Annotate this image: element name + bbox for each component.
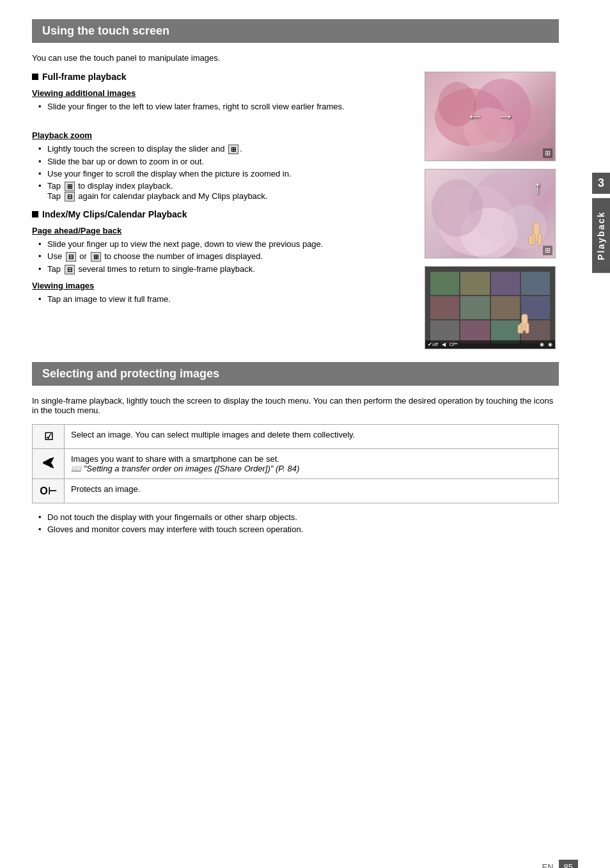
table-row: O⊢ Protects an image. <box>33 479 559 503</box>
check-icon: ☑ <box>44 431 53 442</box>
images-column: ← → ⊞ ↑ <box>425 72 559 349</box>
full-frame-title: Full-frame playback <box>32 72 414 82</box>
grid-bar-icon-4: ◉ <box>540 342 544 347</box>
main-section-heading: Using the touch screen <box>32 19 559 43</box>
grid-cell <box>460 272 489 295</box>
grid-cell <box>491 296 520 319</box>
grid-finger-icon <box>517 312 533 338</box>
table-cell-desc: Protects an image. <box>65 479 559 503</box>
svg-rect-13 <box>529 235 533 245</box>
index-icon: ⊞ <box>65 182 75 191</box>
list-item: Use your finger to scroll the display wh… <box>38 169 414 178</box>
viewing-additional-list: Slide your finger to the left to view la… <box>32 102 414 111</box>
svg-rect-16 <box>526 323 529 333</box>
table-cell-icon: O⊢ <box>33 479 65 503</box>
chapter-label: Playback <box>592 198 610 273</box>
grid-bar-icon-5: ◉ <box>548 342 552 347</box>
bottom-notes-list: Do not touch the display with your finge… <box>32 512 559 534</box>
zoom-icon: ⊞ <box>228 145 239 154</box>
camera-icon-overlay-2: ⊞ <box>543 246 552 255</box>
page-ahead-list: Slide your finger up to view the next pa… <box>32 239 414 274</box>
list-item: Use ⊟ or ⊞ to choose the number of image… <box>38 251 414 262</box>
image-1: ← → ⊞ <box>425 72 556 161</box>
page-ahead-heading: Page ahead/Page back <box>32 226 414 235</box>
single-frame-icon: ⊟ <box>65 265 75 274</box>
selecting-intro: In single-frame playback, lightly touch … <box>32 396 559 415</box>
page-footer: EN 85 <box>542 860 578 868</box>
bottom-notes: Do not touch the display with your finge… <box>32 512 559 534</box>
arrow-up-icon: ↑ <box>533 177 542 198</box>
bullet-square-icon <box>32 74 38 80</box>
two-col-layout: Full-frame playback Viewing additional i… <box>32 72 559 349</box>
swipe-arrows: ← → <box>466 106 515 127</box>
table-cell-icon: ⮜ <box>33 449 65 479</box>
share-icon: ⮜ <box>42 457 55 471</box>
playback-zoom-list: Lightly touch the screen to display the … <box>32 144 414 201</box>
grid-icon-bar: ✔off ◀ O⊢ ◉ ◉ <box>425 340 555 349</box>
image-3: ✔off ◀ O⊢ ◉ ◉ <box>425 266 556 349</box>
page-number: 85 <box>559 860 578 868</box>
grid-bar-icon-1: ✔off <box>428 342 438 347</box>
table-cell-desc: Images you want to share with a smartpho… <box>65 449 559 479</box>
grid-bar-icon-3: O⊢ <box>450 342 458 347</box>
protect-icon: O⊢ <box>40 485 56 496</box>
grid-cell <box>491 272 520 295</box>
main-content: Using the touch screen You can use the t… <box>32 19 559 534</box>
image-2: ↑ ⊞ <box>425 169 556 258</box>
share-order-link: 📖 "Setting a transfer order on images ([… <box>71 464 299 473</box>
playback-zoom-heading: Playback zoom <box>32 130 414 140</box>
svg-rect-17 <box>518 325 521 333</box>
viewing-additional-heading: Viewing additional images <box>32 88 414 98</box>
grid-icon-1: ⊟ <box>66 252 76 262</box>
selecting-heading: Selecting and protecting images <box>32 362 559 386</box>
arrow-right-icon: → <box>497 106 515 127</box>
grid-cell <box>521 272 550 295</box>
viewing-images-list: Tap an image to view it full frame. <box>32 294 414 304</box>
table-cell-desc: Select an image. You can select multiple… <box>65 425 559 449</box>
arrow-left-icon: ← <box>466 106 484 127</box>
list-item: Do not touch the display with your finge… <box>38 512 559 522</box>
selecting-section: Selecting and protecting images In singl… <box>32 362 559 534</box>
index-title: Index/My Clips/Calendar Playback <box>32 209 414 219</box>
intro-text: You can use the touch panel to manipulat… <box>32 53 559 63</box>
list-item: Lightly touch the screen to display the … <box>38 144 414 154</box>
list-item: Tap an image to view it full frame. <box>38 294 414 304</box>
text-column: Full-frame playback Viewing additional i… <box>32 72 414 349</box>
chapter-number: 3 <box>592 173 610 194</box>
page-wrapper: 3 Playback Using the touch screen You ca… <box>0 19 610 868</box>
list-item: Slide your finger up to view the next pa… <box>38 239 414 249</box>
en-label: EN <box>542 862 553 868</box>
grid-cell <box>460 296 489 319</box>
table-row: ☑ Select an image. You can select multip… <box>33 425 559 449</box>
svg-point-8 <box>432 179 483 237</box>
list-item: Gloves and monitor covers may interfere … <box>38 525 559 534</box>
table-row: ⮜ Images you want to share with a smartp… <box>33 449 559 479</box>
icon-table: ☑ Select an image. You can select multip… <box>32 424 559 503</box>
svg-rect-12 <box>538 233 542 245</box>
grid-cell <box>430 272 459 295</box>
grid-bar-icon-2: ◀ <box>442 342 446 347</box>
list-item: Slide your finger to the left to view la… <box>38 102 414 111</box>
grid-icon-2: ⊞ <box>91 252 101 262</box>
list-item: Tap ⊟ several times to return to single-… <box>38 264 414 274</box>
grid-cell <box>430 296 459 319</box>
list-item: Tap ⊞ to display index playback. Tap ⊟ a… <box>38 181 414 201</box>
calendar-icon: ⊟ <box>65 192 75 201</box>
table-cell-icon: ☑ <box>33 425 65 449</box>
list-item: Slide the bar up or down to zoom in or o… <box>38 157 414 166</box>
viewing-images-heading: Viewing images <box>32 281 414 290</box>
camera-icon-overlay: ⊞ <box>543 148 552 158</box>
bullet-square-icon <box>32 211 38 217</box>
